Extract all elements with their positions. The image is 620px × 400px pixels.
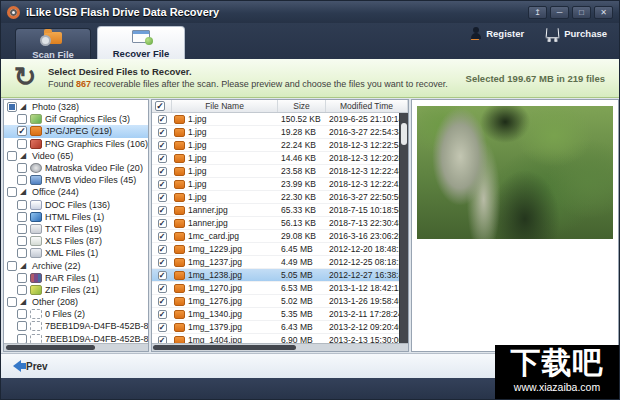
tree-item-checkbox[interactable] xyxy=(17,200,27,210)
tree-item-checkbox[interactable] xyxy=(7,102,17,112)
file-modified-time: 2013-1-26 19:58:46 xyxy=(326,296,408,306)
row-checkbox[interactable]: ✓ xyxy=(158,154,167,163)
row-checkbox[interactable]: ✓ xyxy=(158,284,167,293)
table-row[interactable]: ✓ 1mc_card.jpg 29.08 KB 2016-3-16 23:06:… xyxy=(152,230,408,243)
table-row[interactable]: ✓ 1anner.jpg 56.13 KB 2018-7-13 22:30:48 xyxy=(152,217,408,230)
share-icon[interactable]: ↥ xyxy=(528,6,547,19)
tree-item[interactable]: XML Files (1) xyxy=(4,247,148,259)
zip-file-icon xyxy=(30,285,42,295)
purchase-button[interactable]: Purchase xyxy=(546,28,607,39)
row-checkbox[interactable]: ✓ xyxy=(158,193,167,202)
row-checkbox[interactable]: ✓ xyxy=(158,310,167,319)
tree-item-label: Matroska Video File (20) xyxy=(45,163,143,173)
row-checkbox[interactable]: ✓ xyxy=(158,128,167,137)
tree-item[interactable]: ◢ Archive (22) xyxy=(4,259,148,271)
tree-item-checkbox[interactable] xyxy=(7,297,17,307)
file-name: 1mg_1379.jpg xyxy=(188,322,242,332)
table-row[interactable]: ✓ 1.jpg 14.46 KB 2018-12-3 12:20:28 xyxy=(152,152,408,165)
tree-item[interactable]: ◢ Video (65) xyxy=(4,150,148,162)
tree-item[interactable]: XLS Files (87) xyxy=(4,235,148,247)
tree-item[interactable]: ◢ Other (208) xyxy=(4,296,148,308)
table-row[interactable]: ✓ 1mg_1229.jpg 6.45 MB 2012-12-20 18:48:… xyxy=(152,243,408,256)
tree-item-checkbox[interactable] xyxy=(17,321,27,331)
table-row[interactable]: ✓ 1.jpg 23.99 KB 2018-12-3 12:22:42 xyxy=(152,178,408,191)
tree-item-checkbox[interactable] xyxy=(17,236,27,246)
table-row[interactable]: ✓ 1anner.jpg 65.33 KB 2018-7-15 10:18:58 xyxy=(152,204,408,217)
table-row[interactable]: ✓ 1.jpg 19.28 KB 2016-3-27 22:54:34 xyxy=(152,126,408,139)
scrollbar-thumb[interactable] xyxy=(153,345,296,350)
row-checkbox[interactable]: ✓ xyxy=(158,271,167,280)
tree-item-checkbox[interactable] xyxy=(17,248,27,258)
file-name: 1.jpg xyxy=(188,166,206,176)
row-checkbox[interactable]: ✓ xyxy=(158,141,167,150)
row-checkbox[interactable]: ✓ xyxy=(158,323,167,332)
column-size[interactable]: Size xyxy=(278,100,326,112)
tree-item[interactable]: ◢ Photo (328) xyxy=(4,101,148,113)
tab-recover-file[interactable]: Recover File xyxy=(97,26,185,59)
tree-item[interactable]: RMVB Video Files (45) xyxy=(4,174,148,186)
file-name: 1mg_1238.jpg xyxy=(188,270,242,280)
tree-item[interactable]: ✓ JPG/JPEG (219) xyxy=(4,125,148,137)
table-row[interactable]: ✓ 1.jpg 22.24 KB 2018-12-3 12:22:54 xyxy=(152,139,408,152)
tree-item-checkbox[interactable] xyxy=(17,139,27,149)
minimize-icon[interactable]: ─ xyxy=(550,6,569,19)
tree-item-checkbox[interactable] xyxy=(17,163,27,173)
select-all-checkbox[interactable]: ✓ xyxy=(155,101,165,111)
tab-scan-file[interactable]: Scan File xyxy=(15,28,91,59)
table-row[interactable]: ✓ 1mg_1379.jpg 6.43 MB 2013-2-12 09:20:4… xyxy=(152,321,408,334)
column-modified-time[interactable]: Modified Time xyxy=(326,100,408,112)
row-checkbox[interactable]: ✓ xyxy=(158,258,167,267)
table-vertical-scrollbar[interactable] xyxy=(399,113,408,343)
tree-item-checkbox[interactable] xyxy=(17,114,27,124)
tree-item[interactable]: DOC Files (136) xyxy=(4,199,148,211)
tree-item[interactable]: 0 Files (2) xyxy=(4,308,148,320)
tree-item-checkbox[interactable] xyxy=(17,273,27,283)
column-file-name[interactable]: File Name xyxy=(172,100,278,112)
prev-button[interactable]: Prev xyxy=(13,360,48,372)
tree-item[interactable]: PNG Graphics Files (106) xyxy=(4,138,148,150)
tree-item[interactable]: ◢ Office (244) xyxy=(4,186,148,198)
table-row[interactable]: ✓ 1mg_1237.jpg 4.49 MB 2012-12-25 08:18:… xyxy=(152,256,408,269)
row-checkbox[interactable]: ✓ xyxy=(158,245,167,254)
scan-folder-icon xyxy=(44,32,62,44)
tree-item-checkbox[interactable] xyxy=(17,285,27,295)
table-row[interactable]: ✓ 1.jpg 150.52 KB 2019-6-25 21:10:14 xyxy=(152,113,408,126)
tree-horizontal-scrollbar[interactable] xyxy=(4,343,148,351)
tree-item-checkbox[interactable] xyxy=(17,224,27,234)
table-horizontal-scrollbar[interactable] xyxy=(152,343,408,351)
register-button[interactable]: Register xyxy=(471,27,524,39)
tree-item-checkbox[interactable] xyxy=(7,261,17,271)
main-area: ◢ Photo (328) Gif Graphics Files (3) ✓ J… xyxy=(1,98,619,353)
table-row[interactable]: ✓ 1.jpg 22.30 KB 2016-3-27 22:50:50 xyxy=(152,191,408,204)
tree-item-checkbox[interactable] xyxy=(17,212,27,222)
scrollbar-thumb[interactable] xyxy=(401,123,407,145)
row-checkbox[interactable]: ✓ xyxy=(158,232,167,241)
tree-item[interactable]: Gif Graphics Files (3) xyxy=(4,113,148,125)
table-row[interactable]: ✓ 1mg_1276.jpg 5.02 MB 2013-1-26 19:58:4… xyxy=(152,295,408,308)
tree-item-checkbox[interactable] xyxy=(7,187,17,197)
tree-item[interactable]: ZIP Files (21) xyxy=(4,284,148,296)
scrollbar-thumb[interactable] xyxy=(6,345,95,350)
tree-item[interactable]: RAR Files (1) xyxy=(4,272,148,284)
tree-item[interactable]: 7BEB1D9A-D4FB-452B-881B-A1CEC7D2 xyxy=(4,320,148,332)
tree-item[interactable]: TXT Files (19) xyxy=(4,223,148,235)
tree-item[interactable]: HTML Files (1) xyxy=(4,211,148,223)
maximize-icon[interactable]: □ xyxy=(572,6,591,19)
row-checkbox[interactable]: ✓ xyxy=(158,219,167,228)
tree-item-checkbox[interactable] xyxy=(17,309,27,319)
tree-item-checkbox[interactable] xyxy=(7,151,17,161)
tree-item-checkbox[interactable] xyxy=(17,175,27,185)
table-row[interactable]: ✓ 1mg_1238.jpg 5.05 MB 2012-12-27 16:38:… xyxy=(152,269,408,282)
tree-item[interactable]: Matroska Video File (20) xyxy=(4,162,148,174)
row-checkbox[interactable]: ✓ xyxy=(158,206,167,215)
row-checkbox[interactable]: ✓ xyxy=(158,167,167,176)
table-row[interactable]: ✓ 1mg_1270.jpg 6.53 MB 2013-1-12 18:42:1… xyxy=(152,282,408,295)
row-checkbox[interactable]: ✓ xyxy=(158,297,167,306)
table-row[interactable]: ✓ 1.jpg 23.58 KB 2018-12-3 12:22:48 xyxy=(152,165,408,178)
tree-item-label: Gif Graphics Files (3) xyxy=(45,114,130,124)
tree-item-checkbox[interactable]: ✓ xyxy=(17,126,27,136)
row-checkbox[interactable]: ✓ xyxy=(158,115,167,124)
row-checkbox[interactable]: ✓ xyxy=(158,180,167,189)
close-icon[interactable]: ✕ xyxy=(594,6,613,19)
table-row[interactable]: ✓ 1mg_1340.jpg 5.35 MB 2013-2-11 17:28:2… xyxy=(152,308,408,321)
